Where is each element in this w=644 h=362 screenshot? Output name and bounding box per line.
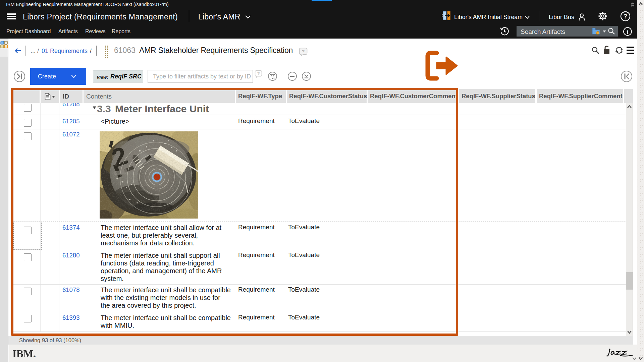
svg-text:?: ? [257,71,260,76]
svg-text:i: i [627,29,629,35]
svg-text:?: ? [302,49,305,54]
svg-text:?: ? [624,13,627,20]
